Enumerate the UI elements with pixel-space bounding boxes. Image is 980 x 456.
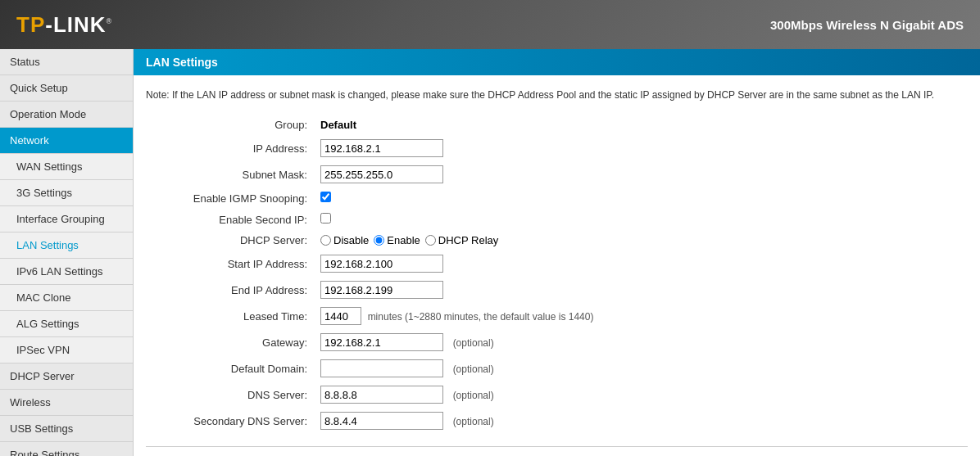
start-ip-row: Start IP Address: [134,251,980,277]
subnet-label: Subnet Mask: [134,161,314,187]
lan-settings-form: Group: Default IP Address: Subnet Mask: … [134,115,980,434]
dhcp-enable-text: Enable [387,234,420,246]
start-ip-value-cell [314,251,980,277]
default-domain-row: Default Domain: (optional) [134,355,980,382]
sidebar-item-wireless[interactable]: Wireless [0,390,133,416]
main-layout: Status Quick Setup Operation Mode Networ… [0,49,980,456]
gateway-input[interactable] [320,333,443,351]
dhcp-row: DHCP Server: Disable Enable [134,230,980,251]
sidebar-item-route-settings[interactable]: Route Settings [0,442,133,456]
ip-label: IP Address: [134,135,314,161]
page-title: LAN Settings [146,56,218,69]
second-ip-row: Enable Second IP: [134,209,980,230]
leased-row: Leased Time: minutes (1~2880 minutes, th… [134,303,980,329]
secondary-dns-value-cell: (optional) [314,408,980,434]
dhcp-relay-label[interactable]: DHCP Relay [425,234,498,246]
dhcp-disable-text: Disable [333,234,369,246]
end-ip-value-cell [314,277,980,303]
secondary-dns-row: Secondary DNS Server: (optional) [134,408,980,434]
sidebar-item-mac-clone[interactable]: MAC Clone [0,285,133,311]
header: TP-LINK® 300Mbps Wireless N Gigabit ADS [0,0,980,49]
subnet-mask-input[interactable] [320,165,443,183]
sidebar-item-dhcp-server[interactable]: DHCP Server [0,363,133,390]
sidebar-item-ipv6-lan-settings[interactable]: IPv6 LAN Settings [0,259,133,285]
default-domain-label: Default Domain: [134,355,314,382]
sidebar-item-alg-settings[interactable]: ALG Settings [0,311,133,337]
dhcp-disable-label[interactable]: Disable [320,234,369,246]
note-text: Note: If the LAN IP address or subnet ma… [146,89,934,101]
second-ip-label: Enable Second IP: [134,209,314,230]
dns-value-cell: (optional) [314,382,980,408]
dhcp-disable-radio[interactable] [320,235,331,246]
default-domain-optional: (optional) [453,363,494,375]
igmp-value-cell [314,187,980,209]
dns-label: DNS Server: [134,382,314,408]
sidebar-item-ipsec-vpn[interactable]: IPSec VPN [0,337,133,363]
secondary-dns-optional: (optional) [453,416,494,427]
note-box: Note: If the LAN IP address or subnet ma… [146,88,968,102]
sidebar-item-operation-mode[interactable]: Operation Mode [0,102,133,128]
sidebar-item-interface-grouping[interactable]: Interface Grouping [0,206,133,233]
group-value: Default [314,115,980,135]
second-ip-checkbox[interactable] [320,213,331,223]
group-row: Group: Default [134,115,980,135]
sidebar-item-lan-settings[interactable]: LAN Settings [0,233,133,259]
leased-value-cell: minutes (1~2880 minutes, the default val… [314,303,980,329]
content-area: LAN Settings Note: If the LAN IP address… [134,49,980,456]
sidebar-item-3g-settings[interactable]: 3G Settings [0,180,133,206]
start-ip-input[interactable] [320,255,443,273]
leased-label: Leased Time: [134,303,314,329]
leased-time-input[interactable] [320,307,361,325]
end-ip-input[interactable] [320,281,443,299]
dhcp-radio-group: Disable Enable DHCP Relay [320,234,973,246]
gateway-label: Gateway: [134,329,314,355]
gateway-row: Gateway: (optional) [134,329,980,355]
leased-hint: minutes (1~2880 minutes, the default val… [368,311,594,323]
secondary-dns-input[interactable] [320,412,443,430]
sidebar-item-status[interactable]: Status [0,49,133,75]
dns-optional: (optional) [453,390,494,401]
logo: TP-LINK® [16,12,112,38]
default-domain-input[interactable] [320,359,443,377]
end-ip-label: End IP Address: [134,277,314,303]
start-ip-label: Start IP Address: [134,251,314,277]
secondary-dns-label: Secondary DNS Server: [134,408,314,434]
dhcp-relay-text: DHCP Relay [438,234,498,246]
dhcp-enable-radio[interactable] [374,235,384,246]
igmp-checkbox[interactable] [320,192,331,202]
group-label: Group: [134,115,314,135]
dhcp-enable-label[interactable]: Enable [374,234,420,246]
ip-row: IP Address: [134,135,980,161]
igmp-row: Enable IGMP Snooping: [134,187,980,209]
sidebar-item-usb-settings[interactable]: USB Settings [0,416,133,442]
ip-address-input[interactable] [320,139,443,157]
sidebar-item-network[interactable]: Network [0,128,133,154]
sidebar-item-wan-settings[interactable]: WAN Settings [0,154,133,180]
device-name: 300Mbps Wireless N Gigabit ADS [770,18,964,32]
default-domain-value-cell: (optional) [314,355,980,382]
ip-value-cell [314,135,980,161]
group-name-text: Default [320,119,356,131]
second-ip-value-cell [314,209,980,230]
igmp-label: Enable IGMP Snooping: [134,187,314,209]
end-ip-row: End IP Address: [134,277,980,303]
subnet-value-cell [314,161,980,187]
logo-text: TP-LINK® [16,12,112,38]
gateway-value-cell: (optional) [314,329,980,355]
divider [146,446,968,447]
dns-input[interactable] [320,386,443,404]
gateway-optional: (optional) [453,337,494,349]
dhcp-relay-radio[interactable] [425,235,436,246]
subnet-row: Subnet Mask: [134,161,980,187]
dns-row: DNS Server: (optional) [134,382,980,408]
dhcp-value-cell: Disable Enable DHCP Relay [314,230,980,251]
page-header: LAN Settings [134,49,980,75]
sidebar-item-quick-setup[interactable]: Quick Setup [0,75,133,102]
sidebar: Status Quick Setup Operation Mode Networ… [0,49,134,456]
dhcp-label: DHCP Server: [134,230,314,251]
